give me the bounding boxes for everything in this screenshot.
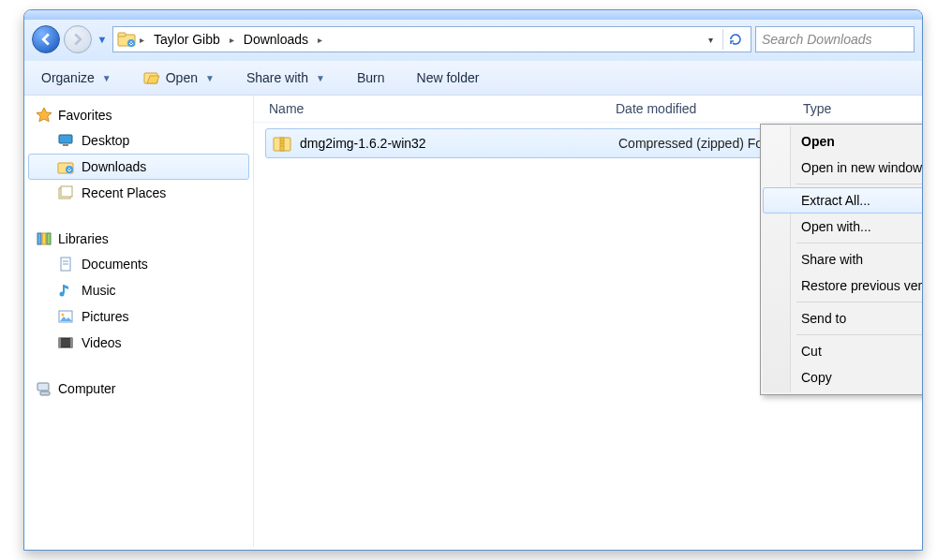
sidebar-item-pictures[interactable]: Pictures xyxy=(28,303,249,330)
side-label: Videos xyxy=(82,335,122,350)
ctx-open[interactable]: Open xyxy=(763,128,923,155)
organize-button[interactable]: Organize▼ xyxy=(37,67,115,88)
nav-history-dropdown[interactable]: ▼ xyxy=(96,34,109,45)
address-dropdown[interactable]: ▾ xyxy=(703,35,719,45)
column-headers[interactable]: Name Date modified Type xyxy=(254,96,922,123)
svg-rect-20 xyxy=(59,338,61,347)
open-button[interactable]: Open▼ xyxy=(140,66,218,89)
svg-point-18 xyxy=(62,314,65,317)
address-bar[interactable]: ▸ Taylor Gibb ▸ Downloads ▸ ▾ xyxy=(112,26,751,52)
col-name[interactable]: Name xyxy=(269,101,616,116)
back-button[interactable] xyxy=(32,25,60,53)
libraries-icon xyxy=(36,230,52,247)
refresh-button[interactable] xyxy=(722,29,747,50)
computer-icon xyxy=(36,380,52,397)
col-date[interactable]: Date modified xyxy=(616,101,803,116)
navigation-pane: Favorites Desktop Downloads Recent Place… xyxy=(24,96,254,547)
open-icon xyxy=(143,69,160,86)
svg-point-16 xyxy=(60,292,65,297)
explorer-window: ▼ ▸ Taylor Gibb ▸ Downloads ▸ ▾ Search D… xyxy=(23,9,923,551)
svg-rect-21 xyxy=(70,338,72,347)
burn-button[interactable]: Burn xyxy=(353,67,389,88)
sidebar-item-documents[interactable]: Documents xyxy=(28,251,249,277)
window-titlebar[interactable] xyxy=(24,10,922,20)
file-name: dmg2img-1.6.2-win32 xyxy=(300,136,618,151)
side-label: Computer xyxy=(58,381,115,396)
side-label: Pictures xyxy=(82,309,129,324)
new-folder-button[interactable]: New folder xyxy=(413,67,483,88)
side-label: Downloads xyxy=(82,159,146,174)
share-with-button[interactable]: Share with▼ xyxy=(243,67,329,88)
toolbar-label: Open xyxy=(166,70,198,85)
svg-rect-1 xyxy=(118,33,126,37)
star-icon xyxy=(36,107,52,124)
side-label: Recent Places xyxy=(82,185,166,200)
favorites-header[interactable]: Favorites xyxy=(28,103,249,127)
sidebar-item-downloads[interactable]: Downloads xyxy=(28,154,249,180)
side-label: Music xyxy=(82,283,116,298)
music-icon xyxy=(57,282,74,299)
svg-rect-23 xyxy=(40,391,50,395)
toolbar-label: Share with xyxy=(246,70,308,85)
svg-rect-9 xyxy=(61,186,72,197)
side-label: Favorites xyxy=(58,108,112,123)
computer-header[interactable]: Computer xyxy=(28,376,249,401)
chevron-right-icon: ▸ xyxy=(140,35,144,45)
desktop-icon xyxy=(57,132,74,149)
ctx-copy[interactable]: Copy xyxy=(763,364,923,391)
forward-button[interactable] xyxy=(64,25,92,53)
ctx-send-to[interactable]: Send to ▶ xyxy=(763,305,923,332)
chevron-right-icon: ▸ xyxy=(230,35,234,45)
separator xyxy=(796,184,923,184)
sidebar-item-recent-places[interactable]: Recent Places xyxy=(28,180,249,206)
sidebar-item-music[interactable]: Music xyxy=(28,277,249,303)
toolbar: Organize▼ Open▼ Share with▼ Burn New fol… xyxy=(24,61,922,96)
explorer-body: Favorites Desktop Downloads Recent Place… xyxy=(24,96,922,547)
chevron-right-icon: ▸ xyxy=(318,35,322,45)
nav-bar: ▼ ▸ Taylor Gibb ▸ Downloads ▸ ▾ Search D… xyxy=(24,20,922,61)
file-list-pane: Name Date modified Type dmg2img-1.6.2-wi… xyxy=(254,96,922,547)
pictures-icon xyxy=(57,308,74,325)
toolbar-label: New folder xyxy=(417,70,480,85)
col-type[interactable]: Type xyxy=(803,101,831,116)
side-label: Libraries xyxy=(58,231,109,246)
svg-rect-11 xyxy=(42,233,46,244)
toolbar-label: Burn xyxy=(357,70,385,85)
search-input[interactable]: Search Downloads xyxy=(755,26,915,52)
svg-rect-19 xyxy=(59,338,72,347)
ctx-cut[interactable]: Cut xyxy=(763,338,923,364)
svg-rect-22 xyxy=(37,383,49,391)
ctx-label: Send to xyxy=(801,311,846,326)
ctx-label: Share with xyxy=(801,252,863,267)
separator xyxy=(796,334,923,335)
ctx-extract-all[interactable]: Extract All... xyxy=(763,187,923,214)
separator xyxy=(796,243,923,243)
svg-rect-25 xyxy=(280,138,284,151)
libraries-header[interactable]: Libraries xyxy=(28,227,249,251)
videos-icon xyxy=(57,334,74,351)
caret-down-icon: ▼ xyxy=(316,73,325,83)
side-label: Desktop xyxy=(82,133,129,148)
ctx-share-with[interactable]: Share with ▶ xyxy=(763,246,923,273)
svg-rect-12 xyxy=(47,233,51,244)
ctx-open-new-window[interactable]: Open in new window xyxy=(763,155,923,181)
separator xyxy=(796,302,923,302)
downloads-icon xyxy=(57,158,74,175)
side-label: Documents xyxy=(82,257,148,272)
toolbar-label: Organize xyxy=(41,70,95,85)
recent-places-icon xyxy=(57,184,74,201)
caret-down-icon: ▼ xyxy=(102,73,112,83)
sidebar-item-videos[interactable]: Videos xyxy=(28,330,249,356)
svg-rect-5 xyxy=(63,144,68,146)
breadcrumb-seg-downloads[interactable]: Downloads xyxy=(238,30,314,49)
svg-rect-10 xyxy=(37,233,41,244)
sidebar-item-desktop[interactable]: Desktop xyxy=(28,127,249,154)
context-menu: Open Open in new window Extract All... O… xyxy=(760,124,923,395)
ctx-open-with[interactable]: Open with... xyxy=(763,214,923,240)
folder-icon xyxy=(117,30,136,49)
caret-down-icon: ▼ xyxy=(205,73,215,83)
documents-icon xyxy=(57,256,74,273)
ctx-restore-versions[interactable]: Restore previous versions xyxy=(763,273,923,299)
svg-rect-4 xyxy=(59,135,72,143)
breadcrumb-seg-user[interactable]: Taylor Gibb xyxy=(148,30,226,49)
